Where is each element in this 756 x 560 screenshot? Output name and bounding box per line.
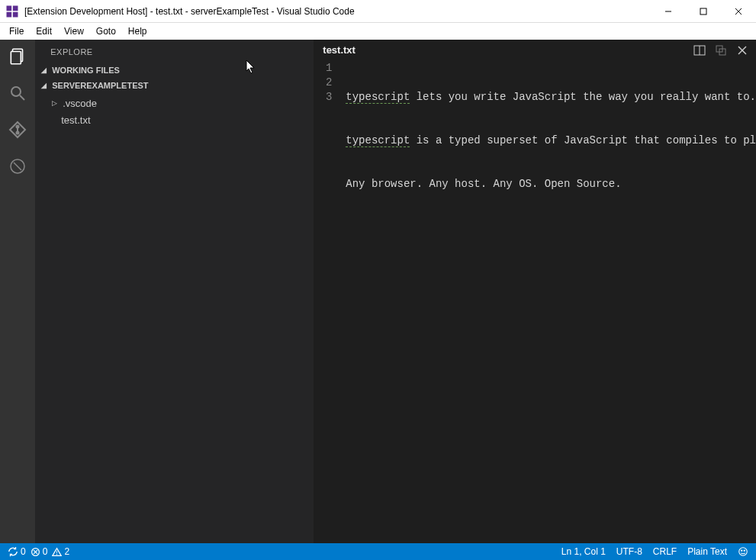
more-actions-icon[interactable]: [715, 44, 727, 56]
diagnostic-word: typescript: [346, 134, 410, 147]
warning-icon: [52, 547, 62, 557]
menu-goto[interactable]: Goto: [90, 24, 122, 38]
tree-item-label: test.txt: [61, 114, 90, 126]
menu-view[interactable]: View: [58, 24, 90, 38]
maximize-button[interactable]: [686, 0, 721, 23]
svg-point-6: [11, 87, 21, 96]
svg-point-25: [742, 550, 742, 551]
svg-rect-1: [700, 8, 706, 14]
status-encoding[interactable]: UTF-8: [616, 546, 642, 557]
chevron-down-icon: ◢: [41, 66, 49, 74]
status-remote-count: 0: [21, 546, 26, 557]
code-line[interactable]: typescript is a typed superset of JavaSc…: [346, 134, 756, 148]
smiley-icon: [738, 546, 748, 557]
project-label: SERVEREXAMPLETEST: [52, 81, 148, 90]
working-files-label: WORKING FILES: [52, 66, 120, 75]
close-window-button[interactable]: [721, 0, 756, 23]
menubar: File Edit View Goto Help: [0, 23, 756, 40]
vscode-app-icon: [5, 4, 20, 19]
search-icon[interactable]: [7, 82, 28, 104]
project-header[interactable]: ◢ SERVEREXAMPLETEST: [35, 78, 314, 93]
svg-point-26: [744, 550, 745, 551]
editor-tabs: test.txt: [314, 40, 756, 61]
status-errors[interactable]: 0: [31, 546, 48, 557]
status-feedback-icon[interactable]: [738, 546, 748, 557]
sidebar-explorer: EXPLORE ◢ WORKING FILES ◢ SERVEREXAMPLET…: [35, 40, 314, 543]
explorer-icon[interactable]: [7, 46, 28, 67]
chevron-right-icon: ▷: [52, 99, 60, 107]
svg-line-7: [20, 95, 24, 100]
working-files-header[interactable]: ◢ WORKING FILES: [35, 63, 314, 78]
status-remote[interactable]: 0: [8, 546, 26, 557]
status-warnings[interactable]: 2: [52, 546, 69, 557]
debug-icon[interactable]: [7, 156, 28, 177]
main-area: EXPLORE ◢ WORKING FILES ◢ SERVEREXAMPLET…: [0, 40, 756, 543]
menu-edit[interactable]: Edit: [30, 24, 58, 38]
sidebar-title: EXPLORE: [35, 40, 314, 63]
code-line[interactable]: typescript lets you write JavaScript the…: [346, 90, 756, 105]
minimize-button[interactable]: [651, 0, 686, 23]
menu-help[interactable]: Help: [122, 24, 153, 38]
editor-content[interactable]: 1 2 3 typescript lets you write JavaScri…: [314, 61, 756, 543]
tree-folder-vscode[interactable]: ▷ .vscode: [35, 95, 314, 111]
menu-file[interactable]: File: [3, 24, 30, 38]
editor-tab-title[interactable]: test.txt: [323, 44, 693, 56]
diagnostic-word: typescript: [346, 91, 410, 104]
code-text: lets you write JavaScript the way you re…: [410, 91, 756, 103]
sync-icon: [8, 546, 18, 557]
status-language[interactable]: Plain Text: [687, 546, 727, 557]
git-icon[interactable]: [7, 119, 28, 140]
code-line[interactable]: Any browser. Any host. Any OS. Open Sour…: [346, 177, 756, 191]
line-number: 1: [314, 61, 332, 76]
window-title: [Extension Development Host] - test.txt …: [24, 6, 651, 17]
svg-point-24: [739, 548, 748, 556]
editor-area: test.txt 1 2 3 typescript lets you write…: [314, 40, 756, 543]
svg-rect-5: [11, 52, 21, 64]
error-icon: [31, 547, 40, 557]
status-eol[interactable]: CRLF: [653, 546, 677, 557]
code-lines[interactable]: typescript lets you write JavaScript the…: [346, 61, 756, 543]
line-number: 3: [314, 90, 332, 105]
activity-bar: [0, 40, 35, 543]
file-tree: ▷ .vscode test.txt: [35, 93, 314, 130]
svg-point-23: [56, 554, 57, 555]
line-number: 2: [314, 76, 332, 90]
tree-item-label: .vscode: [63, 98, 97, 109]
code-text: is a typed superset of JavaScript that c…: [410, 134, 756, 146]
split-editor-icon[interactable]: [693, 44, 706, 56]
svg-line-12: [14, 163, 21, 170]
window-titlebar: [Extension Development Host] - test.txt …: [0, 0, 756, 23]
tree-file-test-txt[interactable]: test.txt: [35, 111, 314, 128]
close-editor-icon[interactable]: [736, 44, 748, 56]
code-text: Any browser. Any host. Any OS. Open Sour…: [346, 178, 621, 190]
status-cursor-position[interactable]: Ln 1, Col 1: [561, 546, 606, 557]
status-bar: 0 0 2 Ln 1, Col 1 UTF-8 CRLF Plain Text: [0, 543, 756, 560]
status-warning-count: 2: [64, 546, 69, 557]
status-error-count: 0: [43, 546, 48, 557]
chevron-down-icon: ◢: [41, 82, 49, 89]
line-gutter: 1 2 3: [314, 61, 346, 543]
